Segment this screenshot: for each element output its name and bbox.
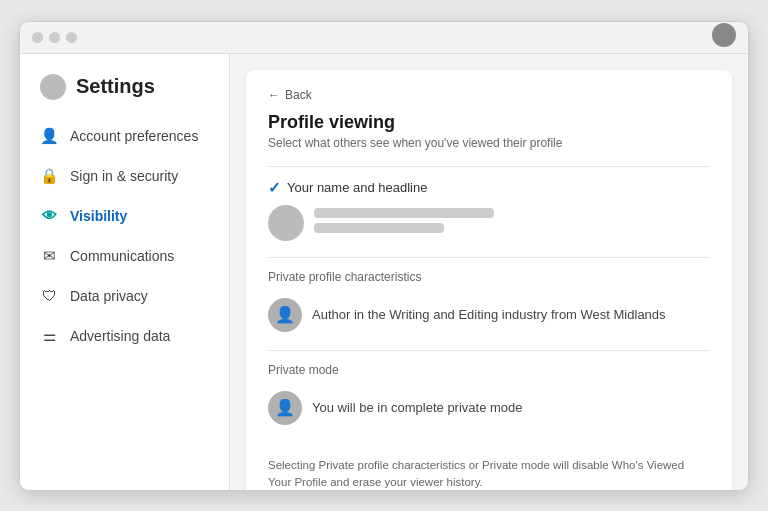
footer-note: Selecting Private profile characteristic… (268, 457, 710, 490)
back-label: Back (285, 88, 312, 102)
avatar (712, 23, 736, 47)
option-label-text: Your name and headline (287, 180, 427, 195)
sidebar-item-sign-security[interactable]: 🔒 Sign in & security (20, 156, 229, 196)
eye-icon: 👁 (40, 207, 58, 225)
sidebar-item-data-privacy[interactable]: 🛡 Data privacy (20, 276, 229, 316)
private-profile-icon: 👤 (268, 298, 302, 332)
browser-window: Settings 👤 Account preferences 🔒 Sign in… (19, 21, 749, 491)
grid-icon: ⚌ (40, 327, 58, 345)
profile-preview (268, 205, 710, 241)
page-subtitle: Select what others see when you've viewe… (268, 136, 710, 150)
sidebar-item-label: Visibility (70, 208, 127, 224)
section-private-profile: Private profile characteristics 👤 Author… (268, 257, 710, 350)
blur-name-line (314, 208, 494, 218)
option-row-private-mode[interactable]: 👤 You will be in complete private mode (268, 385, 710, 431)
traffic-lights (32, 32, 77, 43)
sidebar-item-visibility[interactable]: 👁 Visibility (20, 196, 229, 236)
sidebar: Settings 👤 Account preferences 🔒 Sign in… (20, 54, 230, 490)
sidebar-item-label: Advertising data (70, 328, 170, 344)
sidebar-item-label: Data privacy (70, 288, 148, 304)
sidebar-item-label: Sign in & security (70, 168, 178, 184)
top-bar-right (712, 23, 736, 51)
person-silhouette-icon-2: 👤 (275, 398, 295, 417)
person-silhouette-icon: 👤 (275, 305, 295, 324)
person-icon: 👤 (40, 127, 58, 145)
sidebar-item-label: Account preferences (70, 128, 198, 144)
blur-headline-line (314, 223, 444, 233)
profile-text-block (314, 208, 710, 238)
content-card: ← Back Profile viewing Select what other… (246, 70, 732, 490)
section-label-private-mode: Private mode (268, 363, 710, 377)
sidebar-item-account-preferences[interactable]: 👤 Account preferences (20, 116, 229, 156)
envelope-icon: ✉ (40, 247, 58, 265)
lock-icon: 🔒 (40, 167, 58, 185)
page-title: Profile viewing (268, 112, 710, 133)
checkmark-icon: ✓ (268, 179, 281, 197)
profile-avatar (268, 205, 304, 241)
private-mode-text: You will be in complete private mode (312, 400, 523, 415)
back-link[interactable]: ← Back (268, 88, 710, 102)
private-mode-icon: 👤 (268, 391, 302, 425)
sidebar-item-label: Communications (70, 248, 174, 264)
shield-icon: 🛡 (40, 287, 58, 305)
user-avatar (40, 74, 66, 100)
option-row-private-profile[interactable]: 👤 Author in the Writing and Editing indu… (268, 292, 710, 338)
sidebar-title: Settings (76, 75, 155, 98)
private-profile-text: Author in the Writing and Editing indust… (312, 307, 666, 322)
sidebar-item-communications[interactable]: ✉ Communications (20, 236, 229, 276)
section-your-name: ✓ Your name and headline (268, 166, 710, 257)
traffic-light-minimize[interactable] (49, 32, 60, 43)
sidebar-item-advertising-data[interactable]: ⚌ Advertising data (20, 316, 229, 356)
browser-titlebar (20, 22, 748, 54)
traffic-light-maximize[interactable] (66, 32, 77, 43)
sidebar-header: Settings (20, 70, 229, 116)
section-label-private-profile: Private profile characteristics (268, 270, 710, 284)
back-arrow-icon: ← (268, 88, 280, 102)
main-content: ← Back Profile viewing Select what other… (230, 54, 748, 490)
section-private-mode: Private mode 👤 You will be in complete p… (268, 350, 710, 443)
browser-body: Settings 👤 Account preferences 🔒 Sign in… (20, 54, 748, 490)
option-label-your-name: ✓ Your name and headline (268, 179, 710, 197)
traffic-light-close[interactable] (32, 32, 43, 43)
